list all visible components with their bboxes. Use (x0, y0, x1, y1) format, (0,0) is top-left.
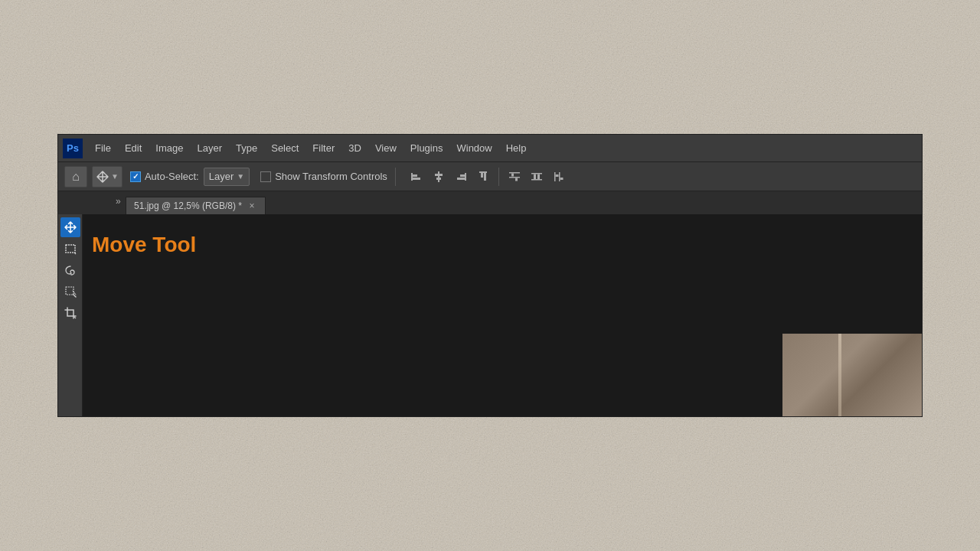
menu-file[interactable]: File (89, 139, 117, 157)
menu-image[interactable]: Image (149, 139, 189, 157)
svg-rect-11 (484, 173, 486, 181)
lasso-icon (64, 264, 77, 276)
menu-plugins[interactable]: Plugins (404, 139, 449, 157)
distribute-center-v-button[interactable] (527, 167, 547, 187)
menu-filter[interactable]: Filter (306, 139, 341, 157)
main-area: Move Tool (58, 214, 922, 416)
photoshop-window: Ps File Edit Image Layer Type Select Fil… (57, 134, 923, 417)
svg-rect-17 (531, 179, 542, 181)
distribute-bottom-button[interactable] (549, 167, 569, 187)
menu-items: File Edit Image Layer Type Select Filter… (89, 139, 532, 157)
svg-rect-13 (509, 177, 520, 178)
menu-3d[interactable]: 3D (342, 139, 368, 157)
distribute-top-button[interactable] (505, 167, 524, 187)
move-tool-dropdown-arrow: ▼ (111, 172, 119, 181)
menu-layer[interactable]: Layer (191, 139, 229, 157)
show-transform-checkbox[interactable] (260, 171, 271, 182)
auto-select-group: ✓ Auto-Select: (130, 171, 199, 182)
svg-rect-16 (531, 173, 542, 174)
tool-lasso[interactable] (60, 260, 80, 280)
tool-marquee-rect[interactable] (60, 239, 80, 259)
align-right-button[interactable] (451, 167, 471, 187)
svg-rect-21 (559, 172, 560, 181)
svg-rect-3 (438, 171, 439, 182)
move-tool-options-btn[interactable]: ▼ (92, 166, 122, 187)
svg-rect-0 (411, 173, 413, 181)
document-tab[interactable]: 51.jpg @ 12,5% (RGB/8) * × (126, 197, 266, 214)
align-left-button[interactable] (407, 167, 426, 187)
tool-object-select[interactable] (60, 282, 80, 302)
tool-move[interactable] (60, 217, 80, 237)
ps-logo: Ps (63, 139, 83, 158)
svg-rect-10 (481, 173, 483, 178)
svg-rect-4 (435, 174, 443, 176)
thumbnail-stripe (838, 334, 841, 416)
svg-rect-23 (560, 178, 563, 180)
svg-rect-5 (436, 178, 441, 180)
distribute-top-icon (508, 170, 521, 184)
svg-rect-22 (555, 174, 558, 177)
svg-rect-19 (537, 174, 540, 179)
corner-thumbnail (782, 334, 922, 416)
move-tool-toolbar-icon (64, 221, 77, 233)
svg-rect-6 (465, 173, 466, 181)
align-top-icon (476, 170, 490, 184)
object-select-icon (64, 285, 77, 298)
separator-1 (395, 168, 396, 186)
auto-select-label: Auto-Select: (145, 171, 199, 182)
svg-rect-18 (534, 174, 536, 179)
svg-rect-7 (460, 174, 465, 177)
tab-title: 51.jpg @ 12,5% (RGB/8) * (134, 201, 242, 211)
align-center-h-icon (432, 170, 446, 184)
distribute-bottom-icon (552, 170, 566, 184)
menu-select[interactable]: Select (265, 139, 305, 157)
align-buttons-group (407, 167, 569, 187)
layer-dropdown-value: Layer (209, 171, 234, 182)
align-top-button[interactable] (473, 167, 493, 187)
align-center-h-button[interactable] (429, 167, 449, 187)
auto-select-checkbox[interactable]: ✓ (130, 171, 141, 182)
tool-crop[interactable] (60, 303, 80, 323)
menu-type[interactable]: Type (230, 139, 263, 157)
layer-dropdown-arrow: ▼ (237, 172, 244, 181)
distribute-center-v-icon (530, 170, 544, 184)
canvas-area: Move Tool (83, 214, 922, 416)
svg-rect-24 (66, 245, 75, 253)
move-tool-icon (96, 170, 109, 184)
menu-help[interactable]: Help (500, 139, 533, 157)
tab-close-button[interactable]: × (247, 201, 257, 211)
checkbox-check-mark: ✓ (132, 172, 139, 181)
collapse-panels-button[interactable]: » (116, 196, 121, 207)
svg-rect-20 (554, 172, 556, 181)
menu-window[interactable]: Window (450, 139, 498, 157)
menu-edit[interactable]: Edit (119, 139, 148, 157)
home-button[interactable]: ⌂ (64, 166, 87, 187)
align-right-icon (454, 170, 468, 184)
svg-rect-14 (511, 173, 514, 176)
show-transform-label: Show Transform Controls (275, 171, 387, 182)
svg-rect-2 (413, 178, 420, 180)
left-toolbar (58, 214, 83, 416)
menu-bar: Ps File Edit Image Layer Type Select Fil… (58, 135, 922, 162)
marquee-rect-icon (64, 243, 77, 255)
show-transform-group: Show Transform Controls (260, 171, 387, 182)
thumbnail-preview (782, 334, 922, 416)
menu-view[interactable]: View (369, 139, 403, 157)
crop-icon (64, 307, 77, 319)
tab-bar: » 51.jpg @ 12,5% (RGB/8) * × (58, 191, 922, 214)
separator-2 (498, 168, 499, 186)
svg-rect-12 (509, 172, 520, 174)
svg-rect-8 (457, 178, 465, 180)
svg-rect-1 (413, 174, 417, 177)
svg-rect-15 (515, 178, 518, 181)
layer-dropdown[interactable]: Layer ▼ (204, 168, 250, 186)
align-left-icon (410, 170, 423, 184)
options-bar: ⌂ ▼ ✓ Auto-Select: Layer ▼ Show Transfor… (58, 162, 922, 191)
svg-rect-9 (479, 171, 487, 173)
move-tool-canvas-label: Move Tool (92, 233, 196, 257)
